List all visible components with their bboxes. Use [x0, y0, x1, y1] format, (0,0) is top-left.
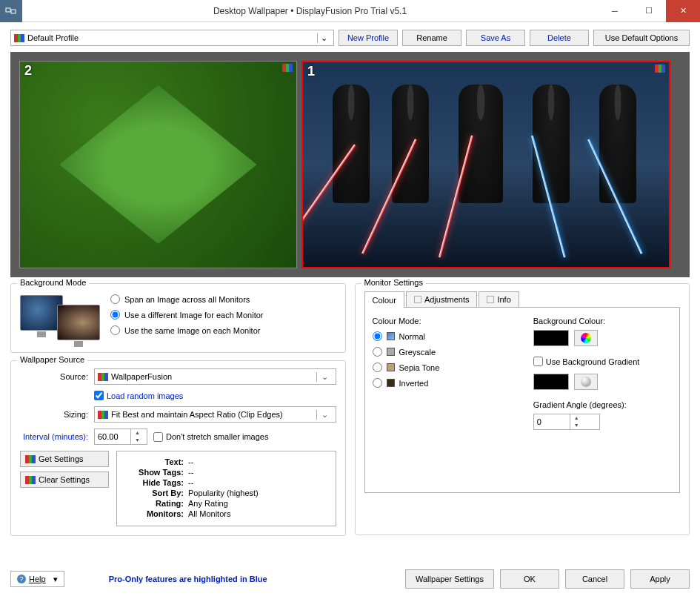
svg-rect-1	[11, 10, 16, 13]
delete-button[interactable]: Delete	[530, 30, 589, 46]
colour-mode-label: Colour Mode:	[373, 317, 511, 325]
app-icon	[0, 0, 22, 22]
bg-colour-label: Background Colour:	[533, 317, 672, 325]
profile-icon	[14, 34, 24, 42]
sizing-label: Sizing:	[20, 410, 88, 419]
svg-rect-0	[6, 8, 10, 12]
profile-dropdown[interactable]: Default Profile ⌄	[10, 30, 334, 46]
wallpaper-thumb-starwars	[303, 62, 669, 267]
spinner-down-icon[interactable]: ▼	[570, 422, 583, 429]
sepia-swatch-icon	[387, 363, 395, 371]
maximize-button[interactable]: ☐	[632, 0, 666, 22]
wallpaper-thumb-leaf	[20, 62, 296, 268]
grey-swatch-icon	[387, 348, 395, 356]
gradient-angle-spinner[interactable]: ▲▼	[533, 414, 600, 430]
monitor-number: 1	[307, 64, 315, 79]
window-title: Desktop Wallpaper • DisplayFusion Pro Tr…	[22, 6, 598, 16]
source-info-box: Text:-- Show Tags:-- Hide Tags:-- Sort B…	[116, 451, 336, 526]
folder-icon	[25, 476, 36, 484]
sphere-icon	[581, 377, 591, 387]
interval-label: Interval (minutes):	[20, 432, 88, 441]
pro-features-note: Pro-Only features are highlighted in Blu…	[109, 575, 267, 583]
sizing-icon	[98, 411, 108, 419]
folder-icon	[25, 455, 36, 463]
monitor-tabs: Colour Adjustments Info	[364, 291, 681, 308]
wallpaper-settings-button[interactable]: Wallpaper Settings	[405, 569, 494, 589]
profile-selected: Default Profile	[27, 33, 79, 42]
monitors-illustration-icon	[20, 291, 101, 343]
bg-colour-swatch	[533, 330, 569, 346]
chevron-down-icon: ⌄	[316, 372, 333, 382]
sizing-combo[interactable]: Fit Best and maintain Aspect Ratio (Clip…	[94, 406, 336, 423]
colour-tab-panel: Colour Mode: Normal Greyscale Sepia Tone…	[364, 308, 681, 493]
colour-wheel-icon	[581, 333, 591, 343]
source-label: Source:	[20, 372, 88, 381]
spinner-up-icon[interactable]: ▲	[131, 429, 144, 437]
gradient-colour-swatch	[533, 374, 569, 390]
wallpaper-source-group: Wallpaper Source Source: WallpaperFusion…	[10, 360, 346, 536]
interval-input[interactable]	[95, 432, 130, 441]
chevron-down-icon: ⌄	[316, 410, 333, 420]
use-default-options-button[interactable]: Use Default Options	[593, 30, 690, 46]
wallpaperfusion-icon	[98, 373, 108, 381]
help-button[interactable]: ?Help▾	[10, 571, 64, 587]
sepia-radio[interactable]: Sepia Tone	[373, 363, 511, 372]
tab-adjustments[interactable]: Adjustments	[406, 291, 478, 308]
wallpaper-source-legend: Wallpaper Source	[17, 355, 87, 364]
inverted-swatch-icon	[387, 379, 395, 387]
monitor-number: 2	[24, 63, 32, 79]
inverted-radio[interactable]: Inverted	[373, 378, 511, 388]
bg-colour-picker-button[interactable]	[574, 330, 598, 346]
background-mode-group: Background Mode Span an Image across all…	[10, 283, 346, 353]
gradient-colour-picker-button[interactable]	[574, 374, 598, 390]
monitor-2-preview[interactable]: 2	[19, 61, 297, 268]
dont-stretch-checkbox[interactable]: Don't stretch smaller images	[153, 432, 268, 442]
checkbox-icon	[487, 296, 494, 303]
help-icon: ?	[17, 575, 26, 583]
chevron-down-icon: ⌄	[317, 33, 330, 43]
same-radio[interactable]: Use the same Image on each Monitor	[110, 325, 264, 335]
gradient-angle-input[interactable]	[534, 417, 570, 426]
tab-colour[interactable]: Colour	[364, 291, 404, 308]
profile-toolbar: Default Profile ⌄ New Profile Rename Sav…	[0, 22, 700, 52]
new-profile-button[interactable]: New Profile	[339, 30, 398, 46]
monitor-previews: 2 1	[10, 52, 690, 277]
monitor-settings-legend: Monitor Settings	[361, 278, 426, 287]
spinner-down-icon[interactable]: ▼	[131, 437, 144, 444]
use-gradient-checkbox[interactable]: Use Background Gradient	[533, 357, 672, 366]
footer: ?Help▾ Pro-Only features are highlighted…	[10, 569, 690, 589]
tab-info[interactable]: Info	[479, 291, 519, 308]
gradient-angle-label: Gradient Angle (degrees):	[533, 400, 672, 409]
normal-swatch-icon	[387, 332, 395, 340]
monitor-settings-group: Monitor Settings Colour Adjustments Info…	[355, 283, 690, 535]
chevron-down-icon: ▾	[53, 575, 58, 584]
window-titlebar: Desktop Wallpaper • DisplayFusion Pro Tr…	[0, 0, 700, 22]
interval-spinner[interactable]: ▲▼	[94, 428, 147, 445]
ok-button[interactable]: OK	[500, 569, 559, 589]
clear-settings-button[interactable]: Clear Settings	[20, 471, 109, 488]
background-mode-legend: Background Mode	[17, 278, 89, 287]
rename-button[interactable]: Rename	[402, 30, 461, 46]
close-button[interactable]: ✕	[666, 0, 700, 22]
source-combo[interactable]: WallpaperFusion ⌄	[94, 368, 336, 385]
checkbox-icon	[414, 296, 421, 303]
span-radio[interactable]: Span an Image across all Monitors	[110, 294, 264, 304]
load-random-checkbox[interactable]: Load random images	[94, 391, 183, 400]
source-flag-icon	[282, 64, 293, 72]
spinner-up-icon[interactable]: ▲	[570, 414, 583, 422]
different-radio[interactable]: Use a different Image for each Monitor	[110, 310, 264, 320]
apply-button[interactable]: Apply	[630, 569, 690, 589]
cancel-button[interactable]: Cancel	[565, 569, 624, 589]
normal-radio[interactable]: Normal	[373, 331, 511, 341]
greyscale-radio[interactable]: Greyscale	[373, 347, 511, 357]
minimize-button[interactable]: ─	[598, 0, 632, 22]
get-settings-button[interactable]: Get Settings	[20, 451, 109, 467]
source-flag-icon	[655, 64, 665, 73]
save-as-button[interactable]: Save As	[466, 30, 525, 46]
monitor-1-preview[interactable]: 1	[301, 61, 670, 268]
